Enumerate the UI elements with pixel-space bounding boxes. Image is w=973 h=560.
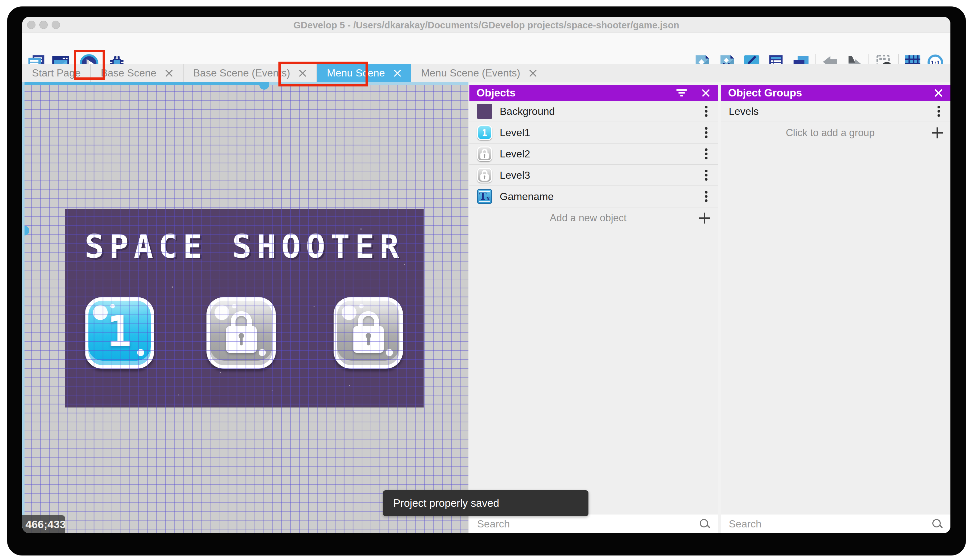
annotation-box-play [74, 50, 105, 80]
window-title: GDevelop 5 - /Users/dkarakay/Documents/G… [22, 17, 950, 33]
group-menu-icon[interactable] [938, 106, 940, 108]
tab-menu-scene-events[interactable]: Menu Scene (Events) [412, 64, 547, 82]
object-name: Gamename [500, 191, 705, 203]
star-dot [272, 390, 273, 391]
lock-icon [353, 311, 384, 353]
thumb-letter: T [480, 192, 486, 201]
lock-icon [480, 149, 489, 159]
horizontal-scrollbar-handle[interactable] [259, 85, 269, 90]
objects-panel-header: Objects [470, 85, 718, 101]
object-groups-title: Object Groups [728, 87, 934, 99]
object-row-gamename[interactable]: Tx Gamename [470, 186, 718, 207]
gloss-highlight [259, 349, 266, 356]
object-row-level1[interactable]: 1 Level1 [470, 122, 718, 143]
thumb-digit: 1 [482, 128, 487, 138]
tabbar: Start Page Base Scene Base Scene (Events… [22, 64, 950, 82]
group-name: Levels [729, 105, 938, 117]
toolbar: 1:1 [22, 33, 950, 64]
object-menu-icon[interactable] [705, 127, 708, 130]
plus-icon[interactable] [699, 213, 710, 223]
filter-icon[interactable] [675, 88, 688, 98]
tab-label: Menu Scene (Events) [421, 67, 520, 79]
objects-panel: Objects Background 1 Level1 Level2 [470, 85, 718, 533]
tab-base-scene[interactable]: Base Scene [91, 64, 183, 82]
tab-label: Base Scene (Events) [193, 67, 290, 79]
star-dot [220, 372, 221, 373]
object-row-level3[interactable]: Level3 [470, 165, 718, 186]
add-group-label: Click to add a group [729, 127, 932, 139]
object-groups-header: Object Groups [721, 85, 950, 101]
objects-panel-title: Objects [477, 87, 675, 99]
object-name: Background [500, 105, 705, 117]
level1-button-face: 1 [88, 301, 151, 365]
object-name: Level2 [500, 148, 705, 160]
annotation-box-menu-scene-tab [278, 62, 368, 87]
add-group-row[interactable]: Click to add a group [721, 122, 950, 143]
gloss-highlight [359, 304, 363, 308]
object-menu-icon[interactable] [705, 106, 708, 108]
thumb-letter: x [486, 195, 490, 201]
level3-button-instance[interactable] [333, 297, 403, 369]
level2-button-instance[interactable] [207, 297, 276, 369]
level1-thumbnail: 1 [477, 125, 492, 140]
star-dot [96, 248, 97, 249]
cursor-coordinates: 466;433 [22, 515, 65, 533]
objects-search-row [470, 515, 718, 533]
star-dot [404, 264, 405, 265]
groups-search-row [721, 515, 950, 533]
star-dot [178, 395, 179, 395]
level3-button-face [337, 301, 400, 365]
level1-button-instance[interactable]: 1 [85, 297, 154, 369]
object-name: Level1 [500, 127, 705, 139]
background-thumbnail [477, 104, 492, 119]
save-toast: Project properly saved [383, 490, 588, 516]
tab-close-icon[interactable] [393, 69, 402, 77]
object-menu-icon[interactable] [705, 170, 708, 172]
star-dot [313, 306, 315, 307]
level2-button-face [210, 301, 272, 365]
level3-thumbnail [477, 168, 492, 183]
gdevelop-window: GDevelop 5 - /Users/dkarakay/Documents/G… [22, 17, 950, 533]
star-dot [172, 287, 173, 288]
add-object-label: Add a new object [477, 212, 699, 224]
level2-thumbnail [477, 147, 492, 161]
object-row-level2[interactable]: Level2 [470, 143, 718, 165]
close-icon[interactable] [701, 88, 711, 98]
text-object-thumbnail: Tx [477, 189, 492, 204]
group-row-levels[interactable]: Levels [721, 101, 950, 122]
groups-search-input[interactable] [729, 518, 932, 530]
groups-list: Levels Click to add a group [721, 101, 950, 515]
vertical-scrollbar-handle[interactable] [25, 226, 29, 235]
level1-number: 1 [88, 307, 151, 356]
search-icon[interactable] [932, 518, 943, 529]
object-menu-icon[interactable] [705, 191, 708, 193]
objects-list: Background 1 Level1 Level2 Level3 [470, 101, 718, 515]
scene-canvas[interactable]: SPACE SHOOTER 1 [22, 82, 468, 533]
tab-label: Base Scene [101, 67, 157, 79]
gloss-highlight [386, 349, 393, 356]
tab-close-icon[interactable] [165, 69, 173, 77]
object-groups-panel: Object Groups Levels Click to add a grou… [721, 85, 950, 533]
close-icon[interactable] [934, 88, 943, 98]
search-icon[interactable] [699, 518, 710, 529]
object-row-background[interactable]: Background [470, 101, 718, 122]
star-dot [349, 385, 350, 386]
star-dot [360, 228, 362, 230]
screenshot-stage: GDevelop 5 - /Users/dkarakay/Documents/G… [0, 0, 973, 560]
horizontal-scrollbar[interactable] [22, 82, 468, 85]
objects-search-input[interactable] [477, 518, 699, 530]
lock-icon [226, 311, 257, 353]
object-menu-icon[interactable] [705, 148, 708, 151]
titlebar: GDevelop 5 - /Users/dkarakay/Documents/G… [22, 17, 950, 33]
add-object-row[interactable]: Add a new object [470, 207, 718, 229]
vertical-scrollbar[interactable] [22, 82, 25, 533]
scene-background-instance[interactable]: SPACE SHOOTER 1 [65, 209, 423, 407]
tab-label: Start Page [32, 67, 81, 79]
tab-close-icon[interactable] [529, 69, 537, 77]
game-title-text-instance[interactable]: SPACE SHOOTER [65, 228, 423, 265]
lock-icon [480, 170, 489, 181]
plus-icon[interactable] [932, 127, 943, 138]
gloss-highlight [232, 304, 237, 308]
object-name: Level3 [500, 169, 705, 181]
